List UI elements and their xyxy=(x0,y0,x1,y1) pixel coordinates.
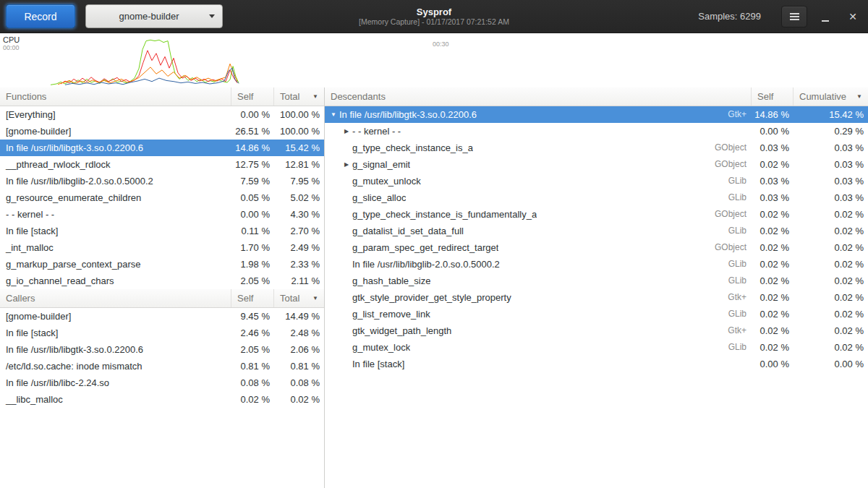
column-header-descendants[interactable]: Descendants xyxy=(325,87,752,106)
tree-row[interactable]: In file [stack]0.00 %0.00 % xyxy=(325,356,868,372)
table-row[interactable]: - - kernel - -0.00 %4.30 % xyxy=(0,206,324,223)
function-name: In file /usr/lib/libglib-2.0.so.0.5000.2 xyxy=(0,173,231,189)
time-label-mid: 00:30 xyxy=(433,40,449,48)
column-header-self[interactable]: Self xyxy=(231,289,274,307)
tree-row[interactable]: In file /usr/lib/libglib-2.0.so.0.5000.2… xyxy=(325,256,868,273)
column-header-callers[interactable]: Callers xyxy=(0,289,231,307)
table-row[interactable]: In file /usr/lib/libc-2.24.so0.08 %0.08 … xyxy=(0,374,324,391)
table-row[interactable]: In file /usr/lib/libglib-2.0.so.0.5000.2… xyxy=(0,173,324,189)
self-percent: 0.02 % xyxy=(231,391,274,408)
library-category: GLib xyxy=(721,273,752,289)
function-name: /etc/ld.so.cache: inode mismatch xyxy=(0,358,231,374)
column-header-self[interactable]: Self xyxy=(231,87,274,106)
self-percent: 1.70 % xyxy=(231,239,274,256)
expander-icon[interactable]: ▼ xyxy=(328,106,339,123)
column-header-functions[interactable]: Functions xyxy=(0,87,231,106)
function-name: g_io_channel_read_chars xyxy=(0,273,231,289)
function-name: In file /usr/lib/libc-2.24.so xyxy=(0,374,231,391)
cumulative-percent: 15.42 % xyxy=(793,106,868,123)
table-row[interactable]: In file /usr/lib/libgtk-3.so.0.2200.62.0… xyxy=(0,341,324,358)
tree-row[interactable]: g_mutex_unlockGLib0.03 %0.03 % xyxy=(325,173,868,189)
library-category: GObject xyxy=(707,156,752,173)
app-title: Sysprof xyxy=(359,7,509,17)
library-category: GObject xyxy=(707,206,752,223)
table-row[interactable]: [gnome-builder]26.51 %100.00 % xyxy=(0,123,324,140)
tree-row[interactable]: g_datalist_id_set_data_fullGLib0.02 %0.0… xyxy=(325,223,868,239)
library-category: Gtk+ xyxy=(720,106,752,123)
function-name: In file [stack] xyxy=(352,356,404,372)
table-row[interactable]: g_markup_parse_context_parse1.98 %2.33 % xyxy=(0,256,324,273)
function-name: g_type_check_instance_is_fundamentally_a xyxy=(352,206,537,223)
column-header-total[interactable]: Total ▼ xyxy=(274,289,324,307)
tree-row[interactable]: g_type_check_instance_is_aGObject0.03 %0… xyxy=(325,140,868,156)
tree-row[interactable]: gtk_widget_path_lengthGtk+0.02 %0.02 % xyxy=(325,322,868,339)
descendants-table: ▼In file /usr/lib/libgtk-3.so.0.2200.6Gt… xyxy=(325,106,868,372)
column-header-self[interactable]: Self xyxy=(752,87,793,106)
table-row[interactable]: In file [stack]2.46 %2.48 % xyxy=(0,325,324,341)
self-percent: 0.05 % xyxy=(231,189,274,206)
function-name: g_type_check_instance_is_a xyxy=(352,140,473,156)
library-category: Gtk+ xyxy=(720,289,752,306)
self-percent: 0.08 % xyxy=(231,374,274,391)
table-row[interactable]: __libc_malloc0.02 %0.02 % xyxy=(0,391,324,408)
function-name: g_mutex_lock xyxy=(352,339,410,356)
tree-row[interactable]: ▶- - kernel - -0.00 %0.29 % xyxy=(325,123,868,140)
minimize-button[interactable] xyxy=(816,6,835,27)
table-row[interactable]: [Everything]0.00 %100.00 % xyxy=(0,106,324,123)
cumulative-percent: 0.02 % xyxy=(793,322,868,339)
function-name: g_param_spec_get_redirect_target xyxy=(352,239,498,256)
process-selector-dropdown[interactable]: gnome-builder xyxy=(85,4,223,28)
cumulative-percent: 0.02 % xyxy=(793,273,868,289)
column-header-cumulative[interactable]: Cumulative ▼ xyxy=(793,87,868,106)
cumulative-percent: 0.02 % xyxy=(793,256,868,273)
tree-row[interactable]: g_list_remove_linkGLib0.02 %0.02 % xyxy=(325,306,868,322)
table-row[interactable]: g_io_channel_read_chars2.05 %2.11 % xyxy=(0,273,324,289)
self-percent: 0.02 % xyxy=(752,289,793,306)
table-row[interactable]: In file [stack]0.11 %2.70 % xyxy=(0,223,324,239)
tree-row[interactable]: g_mutex_lockGLib0.02 %0.02 % xyxy=(325,339,868,356)
close-icon: ✕ xyxy=(848,11,857,22)
table-row[interactable]: In file /usr/lib/libgtk-3.so.0.2200.614.… xyxy=(0,140,324,156)
tree-row[interactable]: gtk_style_provider_get_style_propertyGtk… xyxy=(325,289,868,306)
close-button[interactable]: ✕ xyxy=(843,6,862,27)
cumulative-percent: 0.03 % xyxy=(793,140,868,156)
tree-row[interactable]: g_type_check_instance_is_fundamentally_a… xyxy=(325,206,868,223)
menu-button[interactable] xyxy=(781,6,807,27)
cumulative-percent: 0.02 % xyxy=(793,206,868,223)
tree-row[interactable]: g_param_spec_get_redirect_targetGObject0… xyxy=(325,239,868,256)
self-percent: 2.05 % xyxy=(231,341,274,358)
table-row[interactable]: [gnome-builder]9.45 %14.49 % xyxy=(0,308,324,325)
main-content: Functions Self Total ▼ [Everything]0.00 … xyxy=(0,87,868,488)
table-row[interactable]: __pthread_rwlock_rdlock12.75 %12.81 % xyxy=(0,156,324,173)
expander-icon[interactable]: ▶ xyxy=(341,123,352,140)
left-panel: Functions Self Total ▼ [Everything]0.00 … xyxy=(0,87,325,488)
self-percent: 0.02 % xyxy=(752,223,793,239)
function-name: - - kernel - - xyxy=(352,123,401,140)
function-name: g_markup_parse_context_parse xyxy=(0,256,231,273)
expander-icon[interactable]: ▶ xyxy=(341,156,352,173)
self-percent: 12.75 % xyxy=(231,156,274,173)
minimize-icon xyxy=(822,20,829,22)
tree-row[interactable]: g_hash_table_sizeGLib0.02 %0.02 % xyxy=(325,273,868,289)
function-name: _int_malloc xyxy=(0,239,231,256)
record-button[interactable]: Record xyxy=(6,4,75,28)
function-name: - - kernel - - xyxy=(0,206,231,223)
table-row[interactable]: g_resource_enumerate_children0.05 %5.02 … xyxy=(0,189,324,206)
cumulative-percent: 0.03 % xyxy=(793,156,868,173)
total-percent: 2.48 % xyxy=(274,325,324,341)
window-title-block: Sysprof [Memory Capture] - 01/17/2017 07… xyxy=(359,7,509,27)
self-percent: 0.11 % xyxy=(231,223,274,239)
tree-row[interactable]: ▼In file /usr/lib/libgtk-3.so.0.2200.6Gt… xyxy=(325,106,868,123)
column-header-total[interactable]: Total ▼ xyxy=(274,87,324,106)
library-category: GLib xyxy=(721,223,752,239)
samples-count: Samples: 6299 xyxy=(698,11,761,22)
table-row[interactable]: /etc/ld.so.cache: inode mismatch0.81 %0.… xyxy=(0,358,324,374)
tree-row[interactable]: g_slice_allocGLib0.03 %0.03 % xyxy=(325,189,868,206)
total-percent: 7.95 % xyxy=(274,173,324,189)
total-percent: 4.30 % xyxy=(274,206,324,223)
cpu-graph[interactable]: CPU 00:00 00:30 xyxy=(0,33,868,87)
total-percent: 2.11 % xyxy=(274,273,324,289)
function-name: [gnome-builder] xyxy=(0,123,231,140)
table-row[interactable]: _int_malloc1.70 %2.49 % xyxy=(0,239,324,256)
tree-row[interactable]: ▶g_signal_emitGObject0.02 %0.03 % xyxy=(325,156,868,173)
